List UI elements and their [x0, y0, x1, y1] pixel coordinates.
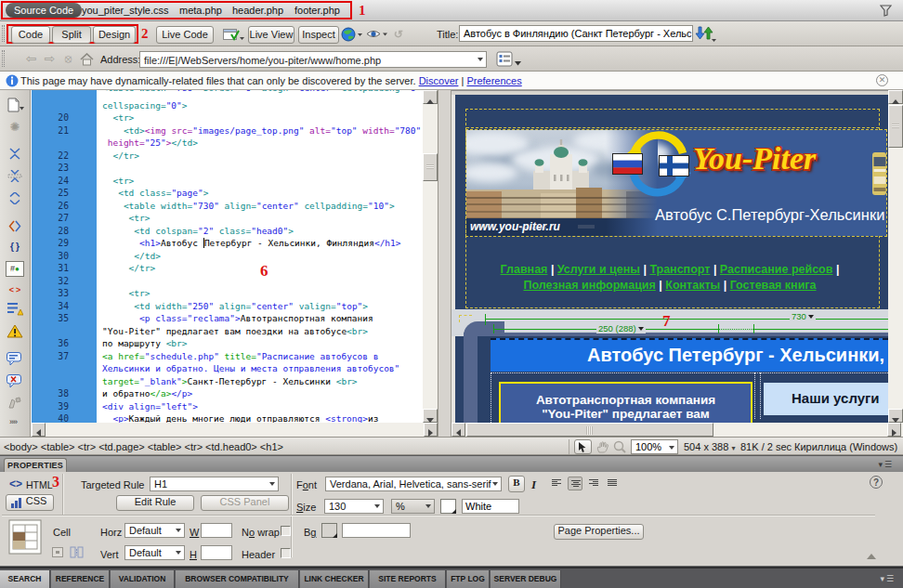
align-center-button[interactable]: [568, 477, 582, 490]
code-scroll-thumb[interactable]: [423, 153, 438, 181]
collapse-selection-icon[interactable]: [7, 170, 22, 182]
design-scroll-left-icon[interactable]: [452, 423, 465, 437]
tag-path[interactable]: <body> <table> <tr> <td.page> <table> <t…: [4, 441, 283, 452]
panel-resize-icon[interactable]: [867, 554, 876, 559]
address-dropdown-icon[interactable]: [478, 58, 483, 61]
code-line[interactable]: по маршруту <br>: [102, 337, 188, 350]
no-wrap-checkbox[interactable]: [281, 526, 291, 536]
font-combo[interactable]: Verdana, Arial, Helvetica, sans-serif: [325, 477, 502, 491]
w-input[interactable]: [201, 523, 232, 538]
select-parent-tag-icon[interactable]: [7, 220, 22, 232]
bg-input[interactable]: [342, 523, 411, 538]
code-line[interactable]: <td><img src="images/page_top.png" alt="…: [102, 124, 421, 137]
bottom-tab-validation[interactable]: VALIDATION: [111, 570, 175, 588]
related-file-css[interactable]: you_piter_style.css: [82, 5, 169, 16]
bg-color-swatch[interactable]: [321, 523, 337, 538]
code-view-button[interactable]: Code: [11, 26, 50, 44]
syntax-error-alerts-icon[interactable]: [7, 302, 23, 316]
text-color-input[interactable]: White: [462, 499, 519, 514]
code-line[interactable]: <table width="730" align="center" cellpa…: [102, 200, 395, 213]
title-input[interactable]: Автобус в Финляндию (Санкт Петербург - Х…: [459, 25, 693, 42]
design-scroll-right-icon[interactable]: [887, 423, 901, 437]
bold-button[interactable]: B: [508, 476, 525, 492]
code-scroll-down-icon[interactable]: [423, 409, 438, 423]
code-line[interactable]: <tr>: [102, 111, 134, 124]
code-scroll-up-icon[interactable]: [423, 90, 438, 104]
design-scroll-down-icon[interactable]: [888, 409, 903, 423]
bottom-tab-search[interactable]: SEARCH: [0, 570, 50, 588]
targeted-rule-combo[interactable]: H1: [150, 477, 279, 491]
live-view-button[interactable]: Live View: [248, 26, 294, 44]
combo-dropdown-icon[interactable]: [669, 446, 674, 450]
code-line[interactable]: <a href="schedule.php" title="Расписание…: [102, 350, 378, 363]
select-tool-icon[interactable]: [574, 439, 592, 454]
live-code-button[interactable]: Live Code: [156, 26, 214, 44]
width-menu-arrow-icon[interactable]: [808, 315, 814, 319]
code-line[interactable]: <tr>: [102, 212, 150, 225]
code-line[interactable]: <p class="reclama">Автотранспортная комп…: [102, 312, 373, 325]
code-view[interactable]: 2021222324252627282930313233343536373839…: [32, 90, 423, 423]
code-line[interactable]: <td width="250" align="center" valign="t…: [102, 300, 368, 313]
code-vertical-scrollbar[interactable]: [423, 90, 438, 423]
properties-tab[interactable]: PROPERTIES: [4, 458, 67, 473]
stop-icon[interactable]: ⦻: [61, 52, 75, 66]
css-panel-button[interactable]: CSS Panel: [201, 495, 289, 511]
browser-bar-grip[interactable]: [2, 50, 5, 67]
combo-dropdown-icon[interactable]: [425, 504, 431, 508]
vert-combo[interactable]: Default: [124, 545, 185, 560]
split-view-divider[interactable]: [438, 90, 452, 437]
merge-cells-icon[interactable]: [52, 547, 63, 557]
code-scroll-right-icon[interactable]: [424, 423, 438, 437]
width-menu-arrow-icon[interactable]: [638, 327, 644, 331]
format-source-code-icon[interactable]: [7, 397, 22, 410]
code-scroll-left-icon[interactable]: [32, 423, 46, 437]
open-documents-icon[interactable]: [7, 98, 25, 112]
file-list-icon[interactable]: [496, 51, 524, 68]
hand-tool-icon[interactable]: [596, 441, 609, 453]
design-hscroll-thumb[interactable]: [466, 423, 713, 437]
site-nav-link[interactable]: Гостевая книга: [730, 279, 817, 292]
collapse-full-tag-icon[interactable]: [7, 148, 22, 160]
bottom-tab-reference[interactable]: REFERENCE: [51, 570, 110, 588]
css-mode-button[interactable]: CSS: [6, 494, 54, 511]
filter-icon[interactable]: [880, 5, 892, 17]
help-icon[interactable]: ?: [870, 476, 883, 489]
line-numbers-icon[interactable]: #●: [6, 261, 24, 277]
back-icon[interactable]: ⇦: [24, 52, 38, 66]
related-file-header[interactable]: header.php: [232, 5, 283, 16]
check-page-icon[interactable]: [223, 28, 245, 42]
expand-all-icon[interactable]: [7, 192, 22, 204]
code-line[interactable]: </tr>: [102, 150, 139, 163]
site-nav-link[interactable]: Услуги и цены: [557, 263, 640, 276]
address-input[interactable]: file:///E|/WebServers/home/you-piter/www…: [139, 51, 487, 68]
bottom-tab-server-debug[interactable]: SERVER DEBUG: [491, 570, 561, 588]
zoom-tool-icon[interactable]: [613, 440, 626, 453]
text-color-swatch[interactable]: [440, 499, 456, 514]
align-right-button[interactable]: [586, 477, 601, 490]
refresh-icon[interactable]: ↻: [394, 28, 403, 41]
column-width-label[interactable]: 250 (288): [596, 323, 646, 333]
html-mode-button[interactable]: HTML: [26, 479, 53, 490]
window-size-value[interactable]: 504 x 388 ▾: [684, 441, 735, 452]
code-line[interactable]: <tr>: [102, 287, 150, 300]
unit-combo[interactable]: %: [391, 499, 435, 514]
header-checkbox[interactable]: [281, 548, 291, 558]
remove-comment-icon[interactable]: [7, 374, 24, 388]
preview-globe-icon[interactable]: [341, 27, 364, 42]
code-line[interactable]: и обратно</a></p>: [102, 387, 192, 400]
combo-dropdown-icon[interactable]: [492, 482, 498, 486]
close-info-bar-icon[interactable]: ✕: [876, 74, 888, 86]
panel-menu-icon[interactable]: ▾ ☰: [879, 460, 892, 469]
bottom-panel-menu-icon[interactable]: ▾ ☰: [881, 574, 894, 583]
edit-rule-button[interactable]: Edit Rule: [116, 495, 194, 511]
bottom-tab-browser-compatibility[interactable]: BROWSER COMPATIBILITY: [176, 570, 299, 588]
code-line[interactable]: <td colspan="2" class="head0">: [102, 225, 294, 238]
bottom-tab-ftp-log[interactable]: FTP LOG: [447, 570, 490, 588]
code-line[interactable]: <table width="780" border="0" align="cen…: [102, 90, 421, 94]
zoom-level-combo[interactable]: 100%: [631, 439, 678, 454]
design-horizontal-scrollbar[interactable]: [452, 423, 903, 437]
design-view-button[interactable]: Design: [93, 26, 136, 44]
code-line[interactable]: <h1>Автобус Петербург - Хельсинки, Финля…: [102, 237, 401, 250]
discover-link[interactable]: Discover: [419, 75, 459, 86]
visual-aids-eye-icon[interactable]: [366, 28, 389, 41]
